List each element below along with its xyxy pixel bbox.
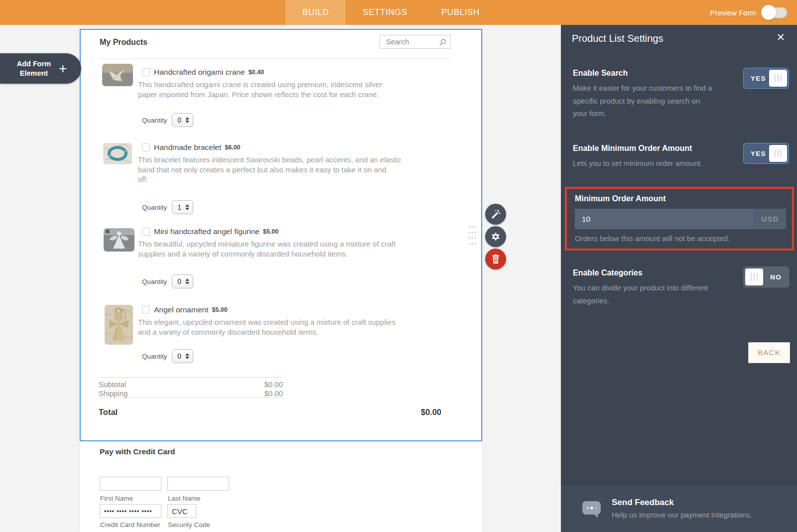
chat-bubble-icon — [582, 500, 602, 520]
search-input[interactable] — [380, 35, 440, 48]
currency-suffix: USD — [754, 209, 786, 229]
nav-tabs: BUILD SETTINGS PUBLISH — [285, 0, 497, 25]
search-icon — [439, 39, 446, 46]
product-list-title: My Products — [100, 38, 147, 47]
wizard-button[interactable] — [485, 204, 506, 225]
min-order-amount-input[interactable] — [575, 209, 754, 229]
product-image-angel-figurine — [104, 228, 134, 252]
quantity-label: Quantity — [142, 117, 167, 124]
quantity-select[interactable]: 0 — [172, 274, 193, 288]
min-order-amount-field-group: USD — [575, 209, 786, 229]
enable-min-order-description: Lets you to set minimum order amount. — [573, 157, 742, 170]
product-description: This bracelet features iridescent Swarov… — [138, 155, 457, 184]
toggle-state-label: NO — [770, 273, 782, 281]
product-price: $5.00 — [263, 228, 278, 235]
cvc-field[interactable] — [167, 504, 196, 518]
product-price: $6.00 — [225, 144, 240, 151]
preview-form-control: Preview Form — [710, 0, 787, 25]
product-checkbox[interactable] — [142, 306, 150, 314]
annotation-highlight-box: Minimum Order Amount USD Orders below th… — [565, 187, 794, 251]
quantity-label: Quantity — [142, 204, 167, 211]
quantity-value: 0 — [177, 116, 181, 124]
feedback-footer[interactable]: Send Feedback Help us improve our paymen… — [561, 484, 797, 532]
add-form-element-label: Add Form Element — [10, 59, 58, 78]
min-order-amount-helper: Orders below this amount will not be acc… — [575, 234, 730, 243]
stepper-arrows-icon — [185, 353, 189, 359]
product-description: This beautiful, upcycled miniature figur… — [138, 239, 457, 259]
send-feedback-description: Help us improve our payment integrations… — [612, 511, 752, 519]
enable-min-order-toggle[interactable]: YES — [743, 143, 789, 164]
trash-icon — [491, 254, 500, 264]
product-image-angel-ornament — [105, 305, 133, 345]
product-checkbox[interactable] — [142, 68, 150, 76]
product-price: $0.40 — [249, 69, 264, 76]
stepper-arrows-icon — [185, 278, 189, 284]
quantity-value: 1 — [177, 203, 181, 211]
enable-categories-description: You can divide your product into differe… — [573, 281, 742, 307]
toggle-knob — [769, 70, 787, 87]
back-button[interactable]: BACK — [748, 342, 790, 363]
product-search-box — [380, 35, 451, 49]
product-price: $5.00 — [212, 306, 227, 313]
enable-categories-toggle[interactable]: NO — [743, 266, 789, 287]
product-checkbox[interactable] — [142, 143, 150, 151]
product-description: This elegant, upcycled ornament was crea… — [138, 317, 457, 337]
quantity-label: Quantity — [142, 278, 167, 285]
drag-handle-icon[interactable] — [468, 226, 477, 246]
enable-search-toggle[interactable]: YES — [743, 68, 789, 89]
cvc-label: Security Code — [168, 521, 210, 529]
top-navigation-bar: BUILD SETTINGS PUBLISH Preview Form — [0, 0, 797, 25]
product-name: Mini handcrafted angel figurine — [154, 227, 260, 236]
quantity-label: Quantity — [142, 353, 167, 360]
stepper-arrows-icon — [185, 117, 189, 123]
product-name: Handmade bracelet — [154, 143, 221, 152]
settings-gear-button[interactable] — [485, 226, 506, 247]
first-name-field[interactable] — [100, 477, 161, 491]
tab-publish[interactable]: PUBLISH — [424, 0, 497, 25]
magic-wand-icon — [490, 209, 501, 220]
product-image-bracelet — [103, 143, 132, 164]
last-name-field[interactable] — [167, 477, 229, 491]
stepper-arrows-icon — [185, 204, 189, 210]
add-form-element-button[interactable]: Add Form Element + — [0, 53, 81, 84]
product-checkbox[interactable] — [142, 228, 150, 236]
plus-icon: + — [59, 62, 67, 76]
last-name-label: Last Name — [168, 495, 200, 502]
divider — [100, 58, 451, 59]
min-order-amount-label: Minimum Order Amount — [575, 194, 666, 203]
gear-icon — [491, 232, 501, 242]
quantity-value: 0 — [177, 277, 181, 285]
quantity-select[interactable]: 0 — [172, 349, 193, 363]
toggle-knob — [745, 268, 763, 285]
toggle-state-label: YES — [751, 75, 766, 82]
preview-form-label: Preview Form — [710, 8, 756, 17]
toggle-knob — [761, 5, 776, 20]
card-number-label: Credit Card Number — [100, 521, 160, 529]
product-description: This handcrafted origami crane is create… — [138, 80, 457, 99]
enable-search-description: Make it easier for your customers to fin… — [573, 82, 733, 120]
tab-settings[interactable]: SETTINGS — [346, 0, 424, 25]
quantity-value: 0 — [177, 352, 181, 360]
quantity-select[interactable]: 1 — [172, 200, 193, 214]
product-name: Angel ornament — [154, 305, 208, 314]
enable-min-order-label: Enable Minimum Order Amount — [573, 144, 692, 153]
enable-search-label: Enable Search — [573, 69, 628, 78]
product-image-origami-crane — [102, 64, 133, 86]
form-builder-page: BUILD SETTINGS PUBLISH Preview Form Add … — [0, 0, 797, 532]
card-number-field[interactable] — [100, 504, 161, 518]
payment-section-title: Pay with Credit Card — [100, 447, 175, 456]
toggle-state-label: YES — [751, 150, 766, 157]
send-feedback-title: Send Feedback — [612, 498, 674, 508]
first-name-label: First Name — [100, 495, 133, 502]
product-list-settings-panel: Product List Settings ✕ Enable Search Ma… — [561, 25, 797, 532]
enable-categories-label: Enable Categories — [573, 268, 643, 277]
delete-button[interactable] — [485, 249, 506, 269]
product-name: Handcrafted origami crane — [154, 68, 245, 77]
preview-form-toggle[interactable] — [761, 5, 787, 20]
tab-build[interactable]: BUILD — [285, 0, 346, 25]
toggle-knob — [769, 145, 787, 162]
quantity-select[interactable]: 0 — [172, 113, 193, 127]
close-icon[interactable]: ✕ — [773, 31, 788, 44]
panel-title: Product List Settings — [572, 33, 663, 44]
